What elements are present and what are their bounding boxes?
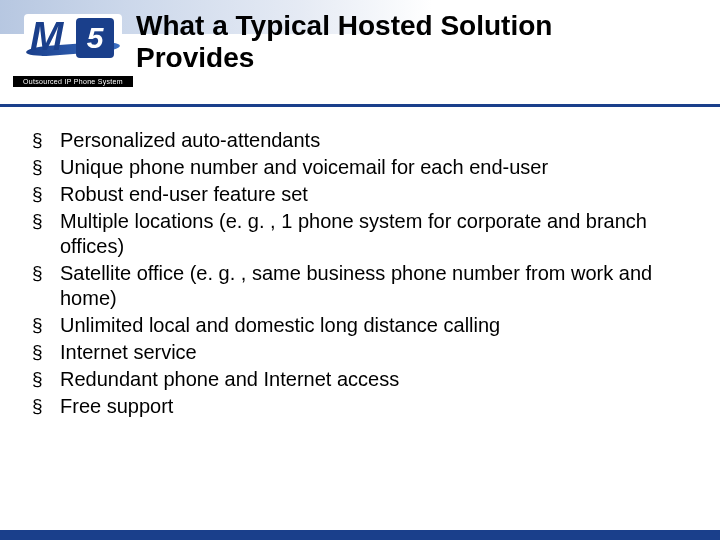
logo-5-box: 5 — [76, 18, 114, 58]
content-area: Personalized auto-attendants Unique phon… — [26, 128, 690, 421]
list-item: Internet service — [26, 340, 690, 365]
list-item: Free support — [26, 394, 690, 419]
logo-letter-m: M — [30, 16, 61, 56]
list-item: Robust end-user feature set — [26, 182, 690, 207]
list-item: Unlimited local and domestic long distan… — [26, 313, 690, 338]
bullet-list: Personalized auto-attendants Unique phon… — [26, 128, 690, 419]
m5-logo: M 5 — [24, 14, 122, 72]
logo-block: M 5 Outsourced IP Phone System — [18, 14, 128, 87]
header: M 5 Outsourced IP Phone System What a Ty… — [0, 0, 720, 93]
list-item: Redundant phone and Internet access — [26, 367, 690, 392]
list-item: Satellite office (e. g. , same business … — [26, 261, 690, 311]
logo-tagline: Outsourced IP Phone System — [13, 76, 133, 87]
list-item: Multiple locations (e. g. , 1 phone syst… — [26, 209, 690, 259]
list-item: Personalized auto-attendants — [26, 128, 690, 153]
footer-bar — [0, 530, 720, 540]
logo-number-5: 5 — [87, 21, 104, 55]
slide-title: What a Typical Hosted Solution Provides — [136, 10, 676, 74]
header-divider — [0, 104, 720, 107]
list-item: Unique phone number and voicemail for ea… — [26, 155, 690, 180]
slide: M 5 Outsourced IP Phone System What a Ty… — [0, 0, 720, 540]
